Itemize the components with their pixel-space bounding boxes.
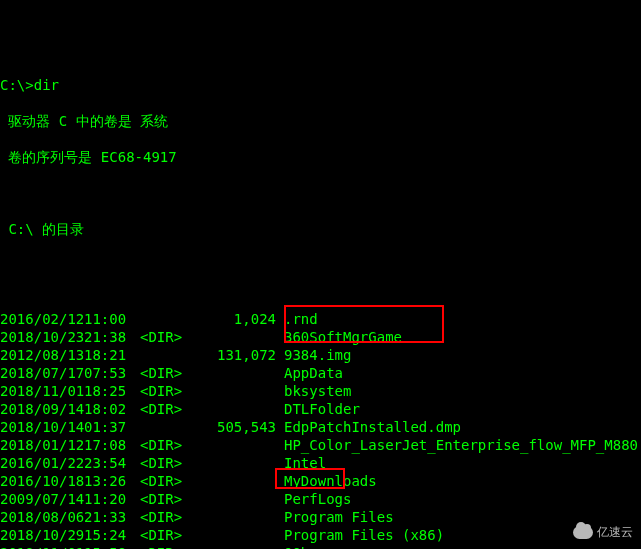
dir-entry: 2009/07/1411:20<DIR>PerfLogs xyxy=(0,490,641,508)
entry-size: 505,543 xyxy=(196,418,284,436)
entry-date: 2018/10/23 xyxy=(0,328,84,346)
dir-entry: 2018/01/1217:08<DIR>HP_Color_LaserJet_En… xyxy=(0,436,641,454)
entry-dir-flag: <DIR> xyxy=(140,382,196,400)
entry-time: 13:26 xyxy=(84,472,140,490)
blank-line xyxy=(0,184,641,202)
dir-entry: 2018/07/1707:53<DIR>AppData xyxy=(0,364,641,382)
entry-time: 18:25 xyxy=(84,382,140,400)
entry-name: Intel xyxy=(284,454,641,472)
cloud-icon xyxy=(573,526,593,539)
blank-line xyxy=(0,256,641,274)
entry-dir-flag: <DIR> xyxy=(140,328,196,346)
entry-time: 23:54 xyxy=(84,454,140,472)
entry-dir-flag: <DIR> xyxy=(140,364,196,382)
watermark: 亿速云 xyxy=(573,523,633,541)
entry-name: HP_Color_LaserJet_Enterprise_flow_MFP_M8… xyxy=(284,436,641,454)
dir-entry: 2018/10/2915:24<DIR>Program Files (x86) xyxy=(0,526,641,544)
entry-dir-flag: <DIR> xyxy=(140,454,196,472)
entry-time: 01:37 xyxy=(84,418,140,436)
dir-entry: 2016/02/1211:001,024.rnd xyxy=(0,310,641,328)
entry-dir-flag: <DIR> xyxy=(140,544,196,549)
entry-time: 11:20 xyxy=(84,490,140,508)
entry-date: 2016/02/12 xyxy=(0,310,84,328)
entry-name: QQhuancun xyxy=(284,544,641,549)
entry-date: 2018/01/12 xyxy=(0,436,84,454)
entry-time: 18:21 xyxy=(84,346,140,364)
entry-name: 360SoftMgrGame xyxy=(284,328,641,346)
entry-date: 2018/11/01 xyxy=(0,544,84,549)
entry-date: 2016/10/18 xyxy=(0,472,84,490)
entry-name: .rnd xyxy=(284,310,641,328)
dir-listing: 2016/02/1211:001,024.rnd2018/10/2321:38<… xyxy=(0,310,641,549)
entry-dir-flag: <DIR> xyxy=(140,526,196,544)
entry-time: 18:02 xyxy=(84,400,140,418)
dir-entry: 2018/10/1401:37505,543EdpPatchInstalled.… xyxy=(0,418,641,436)
dir-of-text: C:\ 的目录 xyxy=(0,220,84,238)
entry-time: 15:58 xyxy=(84,544,140,549)
entry-size: 131,072 xyxy=(196,346,284,364)
entry-name: MyDownloads xyxy=(284,472,641,490)
watermark-text: 亿速云 xyxy=(597,523,633,541)
entry-dir-flag: <DIR> xyxy=(140,400,196,418)
dir-entry: 2016/01/2223:54<DIR>Intel xyxy=(0,454,641,472)
prompt-text: C:\>dir xyxy=(0,76,59,94)
entry-date: 2018/11/01 xyxy=(0,382,84,400)
serial-text: 卷的序列号是 EC68-4917 xyxy=(0,148,177,166)
entry-size: 1,024 xyxy=(196,310,284,328)
volume-line: 驱动器 C 中的卷是 系统 xyxy=(0,112,641,130)
dir-entry: 2018/09/1418:02<DIR>DTLFolder xyxy=(0,400,641,418)
volume-text: 驱动器 C 中的卷是 系统 xyxy=(0,112,168,130)
entry-time: 21:33 xyxy=(84,508,140,526)
entry-date: 2009/07/14 xyxy=(0,490,84,508)
entry-time: 15:24 xyxy=(84,526,140,544)
entry-dir-flag: <DIR> xyxy=(140,436,196,454)
entry-time: 07:53 xyxy=(84,364,140,382)
entry-name: PerfLogs xyxy=(284,490,641,508)
dir-entry: 2012/08/1318:21131,0729384.img xyxy=(0,346,641,364)
entry-date: 2018/08/06 xyxy=(0,508,84,526)
dir-entry: 2016/10/1813:26<DIR>MyDownloads xyxy=(0,472,641,490)
dir-entry: 2018/11/0115:58<DIR>QQhuancun xyxy=(0,544,641,549)
entry-name: bksystem xyxy=(284,382,641,400)
entry-dir-flag: <DIR> xyxy=(140,490,196,508)
entry-time: 21:38 xyxy=(84,328,140,346)
entry-date: 2018/10/29 xyxy=(0,526,84,544)
entry-date: 2018/07/17 xyxy=(0,364,84,382)
entry-date: 2018/10/14 xyxy=(0,418,84,436)
dir-entry: 2018/08/0621:33<DIR>Program Files xyxy=(0,508,641,526)
serial-line: 卷的序列号是 EC68-4917 xyxy=(0,148,641,166)
entry-dir-flag: <DIR> xyxy=(140,472,196,490)
dir-entry: 2018/10/2321:38<DIR>360SoftMgrGame xyxy=(0,328,641,346)
entry-dir-flag: <DIR> xyxy=(140,508,196,526)
entry-name: DTLFolder xyxy=(284,400,641,418)
entry-name: AppData xyxy=(284,364,641,382)
dir-entry: 2018/11/0118:25<DIR>bksystem xyxy=(0,382,641,400)
dir-of-line: C:\ 的目录 xyxy=(0,220,641,238)
entry-name: EdpPatchInstalled.dmp xyxy=(284,418,641,436)
entry-time: 17:08 xyxy=(84,436,140,454)
entry-date: 2012/08/13 xyxy=(0,346,84,364)
prompt-line[interactable]: C:\>dir xyxy=(0,76,641,94)
entry-date: 2018/09/14 xyxy=(0,400,84,418)
entry-name: 9384.img xyxy=(284,346,641,364)
entry-date: 2016/01/22 xyxy=(0,454,84,472)
entry-time: 11:00 xyxy=(84,310,140,328)
